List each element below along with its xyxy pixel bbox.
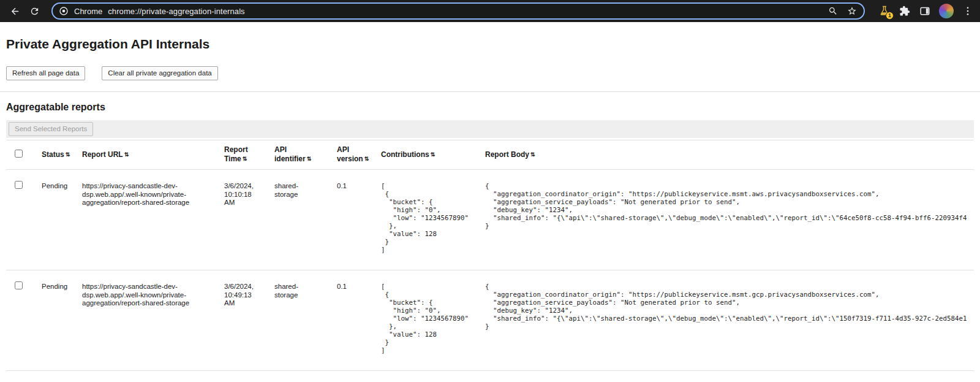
contributions-json: [ { "bucket": { "high": "0", "low": "123… [381,283,478,354]
kebab-menu-icon [962,6,973,17]
cell-api-identifier: shared-storage [274,170,337,270]
report-body-json: { "aggregation_coordinator_origin": "htt… [485,283,967,330]
cell-api-identifier: shared-storage [274,270,337,371]
header-select-all [6,140,42,170]
extension-action-button[interactable]: 1 [878,5,891,17]
cell-api-version: 0.1 [337,270,381,371]
reload-icon [29,6,40,17]
sort-icon: ⇅ [243,156,247,162]
extension-badge: 1 [886,12,894,20]
header-status[interactable]: Status⇅ [42,140,82,170]
header-report-time[interactable]: Report Time⇅ [224,140,274,170]
sort-icon: ⇅ [307,156,312,162]
cell-api-version: 0.1 [337,170,381,270]
table-header-row: Status⇅ Report URL⇅ Report Time⇅ API ide… [6,140,974,170]
header-api-identifier[interactable]: API identifier⇅ [274,140,337,170]
reports-table: Status⇅ Report URL⇅ Report Time⇅ API ide… [6,140,974,371]
side-panel-button[interactable] [919,5,931,17]
report-row: Pending https://privacy-sandcastle-dev-d… [6,270,974,371]
header-report-body-label: Report Body [485,150,529,159]
cell-contributions: [ { "bucket": { "high": "0", "low": "123… [381,170,485,270]
section-title: Aggregatable reports [6,102,974,113]
reload-button[interactable] [26,2,43,20]
cell-status: Pending [42,170,82,270]
header-status-label: Status [42,150,64,159]
back-button[interactable] [6,2,23,20]
cell-report-body: { "aggregation_coordinator_origin": "htt… [485,170,974,270]
divider [0,91,980,92]
browser-toolbar: Chrome chrome://private-aggregation-inte… [0,0,980,22]
cell-report-url: https://privacy-sandcastle-dev-dsp.web.a… [82,270,224,371]
sort-icon: ⇅ [66,151,70,158]
chrome-logo-icon [59,6,69,16]
profile-avatar[interactable] [939,4,954,18]
sort-icon: ⇅ [431,151,435,158]
page-title: Private Aggregation API Internals [6,37,974,52]
cell-select [6,170,42,270]
browser-menu-button[interactable] [962,5,974,17]
sort-icon: ⇅ [530,151,535,158]
bookmark-button[interactable] [845,4,859,18]
cell-contributions: [ { "bucket": { "high": "0", "low": "123… [381,270,485,371]
report-body-json: { "aggregation_coordinator_origin": "htt… [485,182,967,230]
cell-report-url: https://privacy-sandcastle-dev-dsp.web.a… [82,170,224,270]
header-contributions[interactable]: Contributions⇅ [381,140,485,170]
extensions-menu-button[interactable] [899,5,911,17]
header-report-body[interactable]: Report Body⇅ [485,140,974,170]
star-icon [847,6,857,16]
clear-all-button[interactable]: Clear all private aggregation data [102,66,217,80]
report-row: Pending https://privacy-sandcastle-dev-d… [6,170,974,270]
contributions-json: [ { "bucket": { "high": "0", "low": "123… [381,182,478,254]
header-api-version-label: API version [337,145,363,163]
refresh-all-button[interactable]: Refresh all page data [6,66,85,80]
cell-select [6,270,42,371]
header-report-url[interactable]: Report URL⇅ [82,140,224,170]
header-report-url-label: Report URL [82,150,123,159]
back-icon [10,6,20,17]
side-panel-icon [919,6,930,17]
sort-icon: ⇅ [124,151,129,158]
omnibox-url: chrome://private-aggregation-internals [108,7,244,16]
cell-report-body: { "aggregation_coordinator_origin": "htt… [485,270,974,371]
row-checkbox[interactable] [15,181,23,189]
header-api-identifier-label: API identifier [274,145,306,163]
omnibox[interactable]: Chrome chrome://private-aggregation-inte… [51,2,865,20]
search-button[interactable] [826,4,840,18]
page-actions: Refresh all page data Clear all private … [6,66,974,80]
select-all-checkbox[interactable] [15,150,23,158]
header-contributions-label: Contributions [381,150,429,159]
header-api-version[interactable]: API version⇅ [337,140,381,170]
toolbar-right-cluster: 1 [873,4,974,18]
cell-report-time: 3/6/2024, 10:10:18 AM [224,170,274,270]
page-content: Private Aggregation API Internals Refres… [0,37,980,371]
cell-report-time: 3/6/2024, 10:49:13 AM [224,270,274,371]
reports-toolbar: Send Selected Reports [6,120,974,138]
send-selected-reports-button[interactable]: Send Selected Reports [9,122,93,136]
sort-icon: ⇅ [364,156,369,162]
row-checkbox[interactable] [15,281,23,289]
puzzle-icon [899,6,910,17]
cell-status: Pending [42,270,82,371]
omnibox-site-chip: Chrome [74,7,102,16]
search-icon [828,6,838,16]
